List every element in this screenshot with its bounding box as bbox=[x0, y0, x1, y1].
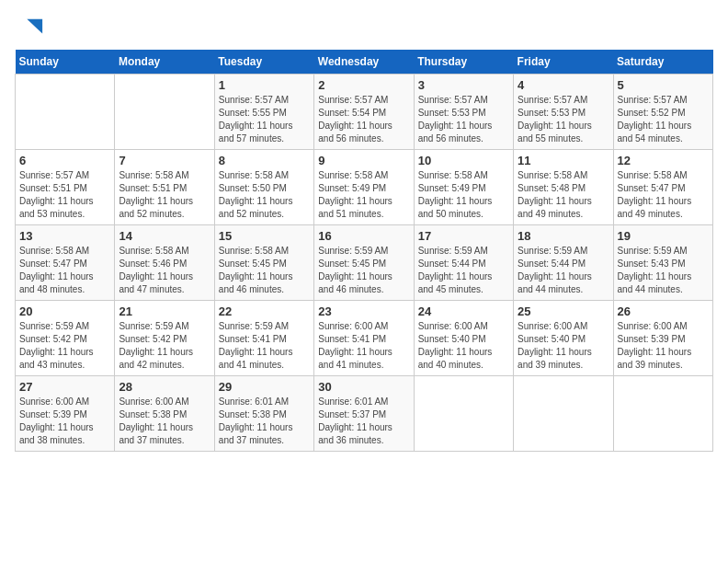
calendar-cell bbox=[414, 376, 513, 452]
weekday-header-wednesday: Wednesday bbox=[314, 50, 414, 75]
day-detail: Sunrise: 5:58 AM Sunset: 5:45 PM Dayligh… bbox=[219, 245, 310, 296]
day-number: 7 bbox=[119, 154, 210, 167]
calendar-cell: 26Sunrise: 6:00 AM Sunset: 5:39 PM Dayli… bbox=[613, 301, 712, 376]
day-detail: Sunrise: 5:59 AM Sunset: 5:45 PM Dayligh… bbox=[318, 245, 409, 296]
calendar-cell: 18Sunrise: 5:59 AM Sunset: 5:44 PM Dayli… bbox=[514, 225, 613, 301]
day-detail: Sunrise: 6:00 AM Sunset: 5:40 PM Dayligh… bbox=[418, 320, 509, 372]
day-number: 13 bbox=[19, 229, 110, 243]
day-number: 24 bbox=[418, 304, 509, 318]
calendar-cell: 12Sunrise: 5:58 AM Sunset: 5:47 PM Dayli… bbox=[613, 150, 712, 225]
day-number: 16 bbox=[318, 229, 409, 243]
calendar-cell bbox=[16, 75, 115, 150]
calendar-cell: 17Sunrise: 5:59 AM Sunset: 5:44 PM Dayli… bbox=[414, 225, 513, 301]
calendar-week-row: 1Sunrise: 5:57 AM Sunset: 5:55 PM Daylig… bbox=[16, 75, 713, 150]
weekday-header-friday: Friday bbox=[514, 50, 613, 75]
day-detail: Sunrise: 5:57 AM Sunset: 5:53 PM Dayligh… bbox=[518, 94, 609, 145]
day-detail: Sunrise: 5:58 AM Sunset: 5:47 PM Dayligh… bbox=[19, 245, 110, 296]
day-number: 23 bbox=[318, 304, 409, 318]
day-number: 12 bbox=[618, 154, 709, 167]
day-number: 14 bbox=[119, 229, 210, 243]
day-detail: Sunrise: 5:57 AM Sunset: 5:54 PM Dayligh… bbox=[318, 94, 409, 145]
day-number: 27 bbox=[19, 380, 110, 394]
day-number: 2 bbox=[318, 78, 409, 92]
day-number: 25 bbox=[518, 304, 609, 318]
day-number: 11 bbox=[518, 154, 609, 167]
calendar-cell: 28Sunrise: 6:00 AM Sunset: 5:38 PM Dayli… bbox=[115, 376, 214, 452]
calendar-week-row: 13Sunrise: 5:58 AM Sunset: 5:47 PM Dayli… bbox=[16, 225, 713, 301]
calendar-cell: 6Sunrise: 5:57 AM Sunset: 5:51 PM Daylig… bbox=[16, 150, 115, 225]
calendar-table: SundayMondayTuesdayWednesdayThursdayFrid… bbox=[15, 50, 713, 452]
calendar-cell bbox=[514, 376, 613, 452]
calendar-cell: 5Sunrise: 5:57 AM Sunset: 5:52 PM Daylig… bbox=[613, 75, 712, 150]
logo-icon bbox=[18, 15, 44, 40]
weekday-header-sunday: Sunday bbox=[16, 50, 115, 75]
day-detail: Sunrise: 5:59 AM Sunset: 5:42 PM Dayligh… bbox=[19, 320, 110, 372]
calendar-cell: 14Sunrise: 5:58 AM Sunset: 5:46 PM Dayli… bbox=[115, 225, 214, 301]
day-detail: Sunrise: 5:58 AM Sunset: 5:46 PM Dayligh… bbox=[119, 245, 210, 296]
day-number: 1 bbox=[219, 78, 310, 92]
calendar-header-row: SundayMondayTuesdayWednesdayThursdayFrid… bbox=[16, 50, 713, 75]
calendar-cell: 27Sunrise: 6:00 AM Sunset: 5:39 PM Dayli… bbox=[16, 376, 115, 452]
weekday-header-saturday: Saturday bbox=[613, 50, 712, 75]
day-detail: Sunrise: 5:58 AM Sunset: 5:49 PM Dayligh… bbox=[418, 169, 509, 221]
day-detail: Sunrise: 5:58 AM Sunset: 5:49 PM Dayligh… bbox=[318, 169, 409, 221]
page-header bbox=[15, 15, 713, 40]
calendar-cell: 20Sunrise: 5:59 AM Sunset: 5:42 PM Dayli… bbox=[16, 301, 115, 376]
day-number: 5 bbox=[618, 78, 709, 92]
calendar-cell: 24Sunrise: 6:00 AM Sunset: 5:40 PM Dayli… bbox=[414, 301, 513, 376]
calendar-week-row: 27Sunrise: 6:00 AM Sunset: 5:39 PM Dayli… bbox=[16, 376, 713, 452]
day-number: 19 bbox=[618, 229, 709, 243]
calendar-cell: 8Sunrise: 5:58 AM Sunset: 5:50 PM Daylig… bbox=[214, 150, 313, 225]
calendar-cell: 2Sunrise: 5:57 AM Sunset: 5:54 PM Daylig… bbox=[314, 75, 414, 150]
day-detail: Sunrise: 5:59 AM Sunset: 5:41 PM Dayligh… bbox=[219, 320, 310, 372]
day-detail: Sunrise: 5:57 AM Sunset: 5:55 PM Dayligh… bbox=[219, 94, 310, 145]
day-detail: Sunrise: 5:59 AM Sunset: 5:42 PM Dayligh… bbox=[119, 320, 210, 372]
calendar-cell bbox=[613, 376, 712, 452]
day-number: 22 bbox=[219, 304, 310, 318]
day-detail: Sunrise: 6:00 AM Sunset: 5:39 PM Dayligh… bbox=[618, 320, 709, 372]
day-number: 4 bbox=[518, 78, 609, 92]
day-detail: Sunrise: 6:01 AM Sunset: 5:37 PM Dayligh… bbox=[318, 396, 409, 447]
calendar-cell: 21Sunrise: 5:59 AM Sunset: 5:42 PM Dayli… bbox=[115, 301, 214, 376]
day-number: 17 bbox=[418, 229, 509, 243]
day-number: 30 bbox=[318, 380, 409, 394]
calendar-cell: 30Sunrise: 6:01 AM Sunset: 5:37 PM Dayli… bbox=[314, 376, 414, 452]
day-detail: Sunrise: 6:00 AM Sunset: 5:41 PM Dayligh… bbox=[318, 320, 409, 372]
calendar-cell: 13Sunrise: 5:58 AM Sunset: 5:47 PM Dayli… bbox=[16, 225, 115, 301]
calendar-cell: 22Sunrise: 5:59 AM Sunset: 5:41 PM Dayli… bbox=[214, 301, 313, 376]
calendar-cell: 11Sunrise: 5:58 AM Sunset: 5:48 PM Dayli… bbox=[514, 150, 613, 225]
day-detail: Sunrise: 5:58 AM Sunset: 5:48 PM Dayligh… bbox=[518, 169, 609, 221]
calendar-cell: 19Sunrise: 5:59 AM Sunset: 5:43 PM Dayli… bbox=[613, 225, 712, 301]
day-number: 15 bbox=[219, 229, 310, 243]
day-number: 6 bbox=[19, 154, 110, 167]
day-detail: Sunrise: 5:58 AM Sunset: 5:51 PM Dayligh… bbox=[119, 169, 210, 221]
day-number: 20 bbox=[19, 304, 110, 318]
calendar-cell: 10Sunrise: 5:58 AM Sunset: 5:49 PM Dayli… bbox=[414, 150, 513, 225]
calendar-cell: 9Sunrise: 5:58 AM Sunset: 5:49 PM Daylig… bbox=[314, 150, 414, 225]
calendar-cell: 4Sunrise: 5:57 AM Sunset: 5:53 PM Daylig… bbox=[514, 75, 613, 150]
day-detail: Sunrise: 5:59 AM Sunset: 5:43 PM Dayligh… bbox=[618, 245, 709, 296]
day-detail: Sunrise: 5:59 AM Sunset: 5:44 PM Dayligh… bbox=[518, 245, 609, 296]
calendar-cell: 3Sunrise: 5:57 AM Sunset: 5:53 PM Daylig… bbox=[414, 75, 513, 150]
svg-marker-0 bbox=[27, 19, 42, 34]
day-detail: Sunrise: 6:00 AM Sunset: 5:38 PM Dayligh… bbox=[119, 396, 210, 447]
day-number: 10 bbox=[418, 154, 509, 167]
day-detail: Sunrise: 5:57 AM Sunset: 5:52 PM Dayligh… bbox=[618, 94, 709, 145]
calendar-cell: 29Sunrise: 6:01 AM Sunset: 5:38 PM Dayli… bbox=[214, 376, 313, 452]
day-detail: Sunrise: 6:01 AM Sunset: 5:38 PM Dayligh… bbox=[219, 396, 310, 447]
day-detail: Sunrise: 5:57 AM Sunset: 5:51 PM Dayligh… bbox=[19, 169, 110, 221]
calendar-cell: 15Sunrise: 5:58 AM Sunset: 5:45 PM Dayli… bbox=[214, 225, 313, 301]
day-number: 3 bbox=[418, 78, 509, 92]
logo bbox=[15, 15, 44, 40]
calendar-cell: 25Sunrise: 6:00 AM Sunset: 5:40 PM Dayli… bbox=[514, 301, 613, 376]
weekday-header-thursday: Thursday bbox=[414, 50, 513, 75]
weekday-header-tuesday: Tuesday bbox=[214, 50, 313, 75]
day-detail: Sunrise: 5:58 AM Sunset: 5:50 PM Dayligh… bbox=[219, 169, 310, 221]
day-number: 18 bbox=[518, 229, 609, 243]
calendar-week-row: 6Sunrise: 5:57 AM Sunset: 5:51 PM Daylig… bbox=[16, 150, 713, 225]
day-number: 28 bbox=[119, 380, 210, 394]
calendar-cell: 1Sunrise: 5:57 AM Sunset: 5:55 PM Daylig… bbox=[214, 75, 313, 150]
day-number: 8 bbox=[219, 154, 310, 167]
day-detail: Sunrise: 6:00 AM Sunset: 5:39 PM Dayligh… bbox=[19, 396, 110, 447]
weekday-header-monday: Monday bbox=[115, 50, 214, 75]
